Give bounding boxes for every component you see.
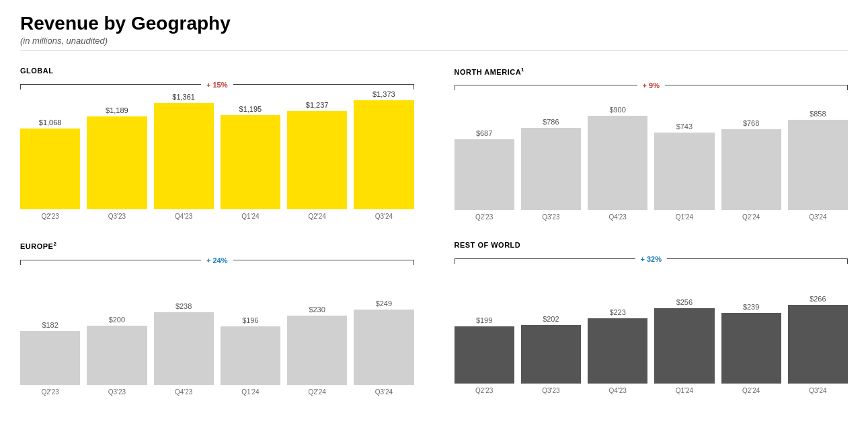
bar-item: $1,068Q2'23 <box>20 118 80 220</box>
bar-item: $768Q2'24 <box>721 119 781 221</box>
bar-label: Q3'24 <box>375 388 393 396</box>
bar-value: $238 <box>175 302 192 310</box>
bar-rect <box>654 308 714 384</box>
bar-item: $786Q3'23 <box>521 118 581 221</box>
bar-label: Q3'23 <box>542 213 559 221</box>
bar-item: $182Q2'23 <box>20 321 80 396</box>
chart-north-america: NORTH AMERICA1 + 9% $687Q2'23$786Q3'23$9… <box>455 67 849 221</box>
page-title: Revenue by Geography <box>20 13 848 34</box>
bar-label: Q2'23 <box>41 388 58 396</box>
bar-rect <box>521 325 581 384</box>
bar-label: Q1'24 <box>241 213 259 220</box>
bar-item: $239Q2'24 <box>721 303 781 394</box>
bar-label: Q4'23 <box>608 387 626 394</box>
bar-rect <box>87 116 147 209</box>
chart-na-growth: + 9% <box>637 81 665 90</box>
chart-na-container: + 9% $687Q2'23$786Q3'23$900Q4'23$743Q1'2… <box>455 81 849 221</box>
na-bars-row: $687Q2'23$786Q3'23$900Q4'23$743Q1'24$768… <box>455 100 849 221</box>
page-subtitle: (in millions, unaudited) <box>20 36 848 46</box>
bar-label: Q1'24 <box>676 213 693 221</box>
bar-item: $202Q3'23 <box>521 315 581 394</box>
chart-global-growth: + 15% <box>201 80 233 89</box>
bar-item: $238Q4'23 <box>154 302 214 396</box>
chart-europe-container: + 24% $182Q2'23$200Q3'23$238Q4'23$196Q1'… <box>20 256 414 396</box>
bar-value: $249 <box>376 299 392 308</box>
europe-bars-row: $182Q2'23$200Q3'23$238Q4'23$196Q1'24$230… <box>20 275 414 396</box>
bar-rect <box>87 326 147 385</box>
bar-rect <box>354 100 413 209</box>
bar-item: $1,195Q1'24 <box>221 105 280 220</box>
bar-value: $266 <box>810 295 826 303</box>
bar-rect <box>287 111 347 209</box>
bar-value: $687 <box>476 129 492 137</box>
bar-label: Q2'23 <box>41 213 58 220</box>
bar-label: Q2'24 <box>308 213 325 220</box>
chart-row: REST OF WORLD + 32% $199Q2'23$202Q3'23$2… <box>455 241 849 396</box>
bar-value: $182 <box>42 321 58 329</box>
bar-item: $200Q3'23 <box>87 316 147 396</box>
bar-rect <box>455 139 514 210</box>
chart-row-container: + 32% $199Q2'23$202Q3'23$223Q4'23$256Q1'… <box>455 254 849 394</box>
bar-rect <box>20 129 80 209</box>
bar-item: $249Q3'24 <box>354 299 413 396</box>
bar-item: $743Q1'24 <box>654 122 714 221</box>
bar-value: $200 <box>109 316 125 324</box>
bar-rect <box>721 313 781 384</box>
bar-value: $239 <box>743 303 759 311</box>
bar-label: Q4'23 <box>175 213 192 220</box>
bar-item: $858Q3'24 <box>788 110 848 221</box>
bar-label: Q2'23 <box>475 213 493 221</box>
bar-value: $1,189 <box>106 106 128 114</box>
chart-global-title: GLOBAL <box>20 67 414 75</box>
bar-rect <box>287 316 347 385</box>
bar-value: $1,068 <box>39 118 62 127</box>
bar-label: Q3'24 <box>809 213 826 221</box>
bar-label: Q3'23 <box>108 388 126 396</box>
bar-rect <box>221 115 280 209</box>
divider <box>20 50 848 50</box>
chart-na-title: NORTH AMERICA1 <box>455 67 849 76</box>
bar-value: $743 <box>676 122 693 131</box>
bar-label: Q2'24 <box>308 388 325 396</box>
chart-global-container: + 15% $1,068Q2'23$1,189Q3'23$1,361Q4'23$… <box>20 80 414 220</box>
bar-label: Q2'24 <box>742 387 760 394</box>
bar-rect <box>788 305 848 384</box>
bar-item: $900Q4'23 <box>588 106 647 221</box>
bar-item: $687Q2'23 <box>455 129 514 221</box>
chart-global: GLOBAL + 15% $1,068Q2'23$1,189Q3'23$1,36… <box>20 67 414 221</box>
bar-label: Q3'23 <box>542 387 559 394</box>
bar-item: $1,373Q3'24 <box>354 90 413 220</box>
bar-rect <box>721 129 781 210</box>
bar-label: Q2'23 <box>475 387 493 394</box>
bar-rect <box>354 310 413 385</box>
bar-value: $256 <box>676 298 693 306</box>
bar-rect <box>521 128 581 210</box>
bar-item: $1,361Q4'23 <box>154 93 214 220</box>
bar-rect <box>588 116 647 210</box>
bar-label: Q3'24 <box>375 213 393 220</box>
bar-value: $1,195 <box>239 105 262 113</box>
bar-value: $858 <box>810 110 826 118</box>
row-bars-row: $199Q2'23$202Q3'23$223Q4'23$256Q1'24$239… <box>455 273 849 394</box>
bar-value: $199 <box>476 316 492 324</box>
charts-grid: GLOBAL + 15% $1,068Q2'23$1,189Q3'23$1,36… <box>20 67 848 396</box>
bar-value: $1,237 <box>306 101 329 109</box>
bar-rect <box>221 326 280 385</box>
chart-europe-growth: + 24% <box>201 256 233 265</box>
chart-europe: EUROPE2 + 24% $182Q2'23$200Q3'23$238Q4'2… <box>20 241 414 396</box>
bar-value: $900 <box>609 106 625 114</box>
bar-rect <box>20 331 80 385</box>
bar-rect <box>154 312 214 385</box>
chart-row-growth: + 32% <box>635 254 668 264</box>
bar-value: $196 <box>242 316 258 324</box>
bar-item: $230Q2'24 <box>287 306 347 396</box>
bar-label: Q1'24 <box>241 388 259 396</box>
bar-label: Q4'23 <box>175 388 192 396</box>
bar-item: $1,189Q3'23 <box>87 106 147 220</box>
bar-label: Q2'24 <box>742 213 760 221</box>
bar-item: $196Q1'24 <box>221 316 280 396</box>
bar-label: Q3'24 <box>809 387 826 394</box>
bar-value: $230 <box>309 306 325 314</box>
bar-rect <box>654 133 714 210</box>
chart-row-title: REST OF WORLD <box>455 241 849 249</box>
